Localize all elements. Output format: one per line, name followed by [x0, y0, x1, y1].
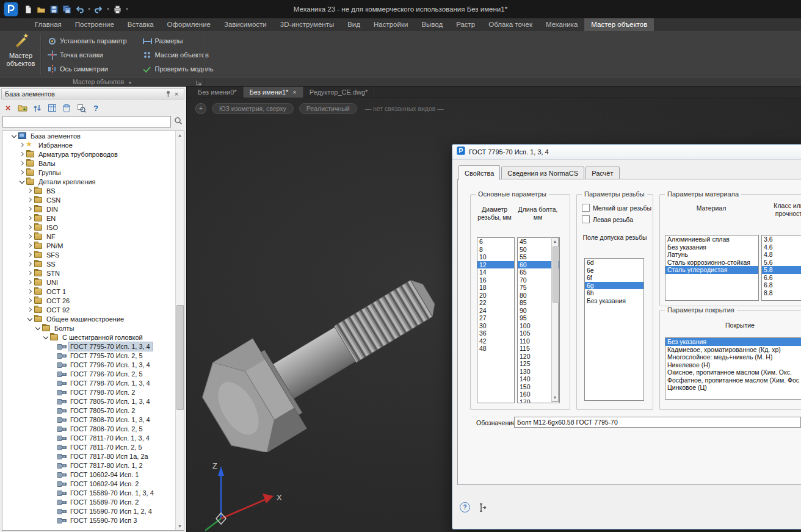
expand-chevron-icon[interactable]	[27, 297, 34, 304]
expand-chevron-icon[interactable]	[51, 379, 57, 386]
database-icon[interactable]	[61, 102, 72, 113]
coating-list[interactable]: Без указанияКадмиевое, хроматированное (…	[665, 337, 801, 400]
tree-item[interactable]: Общее машиностроение	[2, 314, 176, 323]
visual-style-control[interactable]: Реалистичный	[299, 103, 357, 114]
linked-views-control[interactable]: — нет связанных видов —	[365, 105, 444, 112]
expand-chevron-icon[interactable]	[27, 315, 34, 322]
ribbon-tab[interactable]: Мастер объектов	[584, 18, 654, 31]
tree-scrollbar[interactable]: ▲ ▼	[175, 131, 184, 530]
designation-input[interactable]	[514, 417, 801, 428]
expand-chevron-icon[interactable]	[27, 261, 34, 267]
tolerance-option[interactable]: Без указания	[585, 297, 643, 305]
tree-item[interactable]: База элементов	[2, 131, 176, 140]
print-icon[interactable]	[112, 4, 123, 15]
expand-chevron-icon[interactable]	[51, 498, 57, 505]
material-option[interactable]: Алюминиевый сплав	[665, 235, 758, 243]
expand-chevron-icon[interactable]	[27, 187, 34, 194]
ribbon-tab[interactable]: 3D-инструменты	[274, 18, 341, 31]
close-icon[interactable]: ×	[172, 90, 181, 98]
tree-item[interactable]: ГОСТ 7808-70 Исп. 2, 5	[2, 424, 176, 433]
tree-item[interactable]: ГОСТ 7811-70 Исп. 1, 3, 4	[2, 433, 176, 442]
tree-item[interactable]: ISO	[2, 223, 176, 232]
import-export-icon[interactable]	[32, 102, 43, 113]
tolerance-option[interactable]: 6f	[585, 274, 643, 282]
diameter-option[interactable]: 42	[477, 337, 514, 345]
tree-item[interactable]: Болты	[2, 323, 176, 332]
ribbon-tab[interactable]: Растр	[449, 18, 482, 31]
diameter-option[interactable]: 8	[477, 246, 514, 254]
material-option[interactable]: Сталь углеродистая	[665, 266, 758, 274]
ribbon-tab[interactable]: Облака точек	[482, 18, 539, 31]
tree-item[interactable]: Детали крепления	[2, 177, 176, 186]
coating-option[interactable]: Фосфатное, пропитанное маслом (Хим. Фос	[665, 376, 801, 384]
scrollbar-thumb[interactable]	[553, 246, 559, 303]
scroll-up-icon[interactable]: ▲	[176, 131, 184, 139]
tolerance-option[interactable]: 6e	[585, 267, 643, 275]
diameter-option[interactable]: 20	[477, 292, 514, 300]
expand-chevron-icon[interactable]	[51, 517, 57, 523]
expand-chevron-icon[interactable]	[51, 343, 57, 350]
scrollbar-thumb[interactable]	[176, 305, 184, 410]
material-option[interactable]: Сталь коррозионно-стойкая	[665, 259, 758, 267]
search-icon[interactable]	[174, 117, 183, 128]
tree-item[interactable]: Избранное	[2, 140, 176, 149]
diameter-option[interactable]: 24	[477, 307, 514, 315]
tree-item[interactable]: ГОСТ 7795-70 Исп. 1, 3, 4	[2, 342, 176, 351]
document-tab[interactable]: Без имени0* ×	[192, 87, 244, 98]
tree-item[interactable]: ГОСТ 7798-70 Исп. 2	[2, 387, 176, 397]
length-list-scrollbar[interactable]: ▲ ▼	[551, 237, 559, 402]
tree-item[interactable]: ГОСТ 7805-70 Исп. 2	[2, 406, 176, 415]
scroll-down-icon[interactable]: ▼	[176, 522, 184, 530]
tolerance-option[interactable]: 6g	[585, 282, 643, 290]
expand-chevron-icon[interactable]	[51, 352, 57, 359]
expand-chevron-icon[interactable]	[11, 132, 18, 139]
ribbon-tab[interactable]: Вывод	[415, 18, 449, 31]
expand-chevron-icon[interactable]	[51, 407, 57, 414]
strength-class-option[interactable]: 4.8	[762, 251, 801, 259]
tree-item[interactable]: UNI	[2, 278, 176, 287]
qat-customize-icon[interactable]: ▾	[125, 7, 129, 12]
tree-item[interactable]: ГОСТ 7817-80 Исп 1а, 2а	[2, 451, 176, 461]
tree-item[interactable]: ГОСТ 7808-70 Исп. 1, 3, 4	[2, 415, 176, 424]
strength-class-option[interactable]: 8.8	[762, 289, 801, 297]
expand-chevron-icon[interactable]	[51, 462, 57, 469]
ribbon-tab[interactable]: Вид	[341, 18, 367, 31]
ribbon-tab[interactable]: Зависимости	[217, 18, 274, 31]
expand-chevron-icon[interactable]	[27, 206, 34, 212]
document-tab[interactable]: Без имени1* ×	[244, 87, 303, 98]
expand-chevron-icon[interactable]	[43, 334, 49, 340]
strength-class-option[interactable]: 5.8	[762, 266, 801, 274]
document-tab[interactable]: Редуктор_CE.dwg* ×	[303, 87, 375, 98]
panel-collapse-caret[interactable]: ▾	[129, 80, 131, 85]
pin-icon[interactable]	[164, 90, 172, 98]
table-view-icon[interactable]	[46, 102, 57, 113]
save-all-icon[interactable]	[61, 4, 73, 15]
expand-chevron-icon[interactable]	[51, 425, 57, 432]
strength-class-option[interactable]: 5.6	[762, 259, 801, 267]
ribbon-tab[interactable]: Главная	[28, 18, 68, 31]
expand-chevron-icon[interactable]	[27, 251, 34, 258]
checkbox-box[interactable]	[582, 215, 590, 223]
strength-class-list[interactable]: 3.64.64.85.65.86.66.88.8	[761, 235, 801, 301]
expand-chevron-icon[interactable]	[51, 361, 57, 368]
diameter-option[interactable]: 6	[477, 238, 514, 246]
expand-chevron-icon[interactable]	[51, 389, 57, 395]
expand-chevron-icon[interactable]	[51, 444, 57, 450]
dialog-titlebar[interactable]: ГОСТ 7795-70 Исп. 1, 3, 4	[452, 145, 801, 160]
tree-item[interactable]: Арматура трубопроводов	[2, 149, 176, 159]
ribbon-tab[interactable]: Вставка	[121, 18, 161, 31]
expand-chevron-icon[interactable]	[27, 196, 34, 203]
tree-item[interactable]: ОСТ 1	[2, 287, 176, 296]
dialog-tab[interactable]: Расчёт	[585, 167, 619, 179]
coating-option[interactable]: Без указания	[665, 338, 801, 346]
master-objects-button[interactable]: Мастер объектов	[2, 33, 39, 76]
coating-option[interactable]: Многослойное: медь+никель (М. Н)	[665, 353, 801, 361]
ribbon-tab[interactable]: Настройки	[367, 18, 415, 31]
ribbon-tab[interactable]: Оформление	[161, 18, 217, 31]
expand-chevron-icon[interactable]	[19, 142, 26, 148]
dialog-tab[interactable]: Сведения из NormaCS	[501, 167, 584, 179]
tolerance-option[interactable]: 6h	[585, 289, 643, 297]
diameter-list[interactable]: 6810121416182022242730364248	[477, 237, 515, 403]
add-folder-icon[interactable]	[17, 102, 28, 113]
expand-chevron-icon[interactable]	[51, 480, 57, 487]
